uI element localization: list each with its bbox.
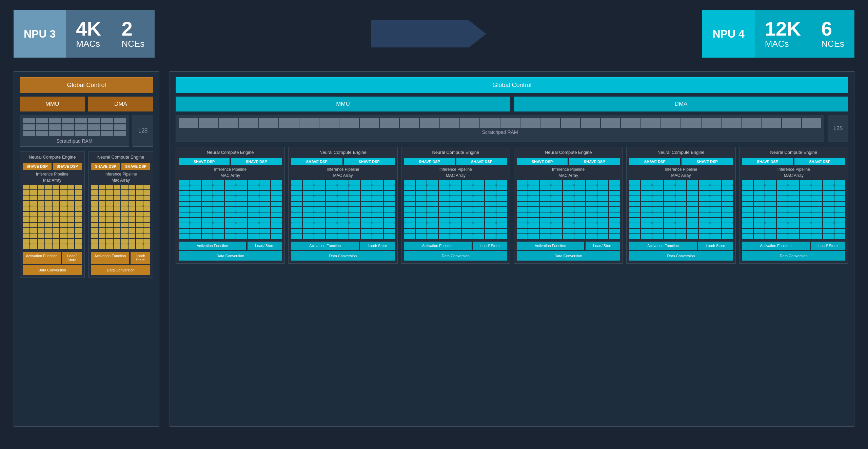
mac-cell [326, 196, 337, 201]
mac-cell [609, 234, 620, 239]
mac-cell [99, 228, 105, 233]
mac-cell [91, 212, 98, 217]
grid-cell [114, 131, 126, 136]
npu4-nce3-shave1: SHAVE DSP [404, 158, 455, 165]
mac-cell [23, 212, 29, 217]
mac-cell [202, 223, 213, 228]
mac-cell [485, 191, 496, 196]
mac-cell [517, 229, 528, 233]
mac-cell [190, 218, 201, 223]
scratchpad-cell [259, 118, 278, 123]
mac-cell [314, 223, 325, 228]
npu4-nce4-shave2: SHAVE DSP [569, 158, 620, 165]
mac-cell [687, 223, 698, 228]
mac-cell [586, 229, 597, 233]
mac-cell [179, 196, 190, 201]
mac-cell [687, 212, 698, 217]
mac-cell [722, 196, 733, 201]
npu3-mmu-dma-row: MMU DMA [20, 97, 153, 111]
npu3-nce2-title: Neural Compute Engine [91, 155, 150, 161]
mac-cell [114, 206, 120, 211]
mac-cell [38, 239, 44, 244]
mac-cell [190, 196, 201, 201]
npu4-nce1-inference: Inference Pipeline [179, 167, 282, 172]
mac-cell [271, 234, 282, 239]
mac-cell [202, 185, 213, 190]
mac-cell [710, 218, 721, 223]
mac-cell [765, 218, 776, 223]
npu3-label: NPU 3 [24, 28, 56, 40]
mac-cell [629, 185, 640, 190]
grid-cell [75, 131, 87, 136]
mac-cell [202, 234, 213, 239]
scratchpad-cell [400, 123, 419, 128]
mac-cell [485, 202, 496, 206]
mac-cell [540, 207, 551, 212]
scratchpad-cell [460, 118, 479, 123]
mac-cell [202, 191, 213, 196]
mac-cell [473, 185, 484, 190]
mac-cell [372, 223, 383, 228]
scratchpad-cell [460, 123, 479, 128]
mac-cell [450, 202, 461, 206]
scratchpad-cell [319, 118, 339, 123]
mac-cell [473, 207, 484, 212]
mac-cell [540, 185, 551, 190]
mac-cell [710, 196, 721, 201]
mac-cell [609, 207, 620, 212]
npu3-macs-box: 4K MACs [66, 10, 111, 58]
mac-cell [641, 218, 652, 223]
mac-cell [361, 223, 372, 228]
scratchpad-cell [279, 123, 298, 128]
mac-cell [777, 223, 788, 228]
mac-cell [450, 180, 461, 185]
npu4-nce2-load-store: Load/ Store [360, 242, 394, 250]
scratchpad-cell [339, 123, 359, 128]
npu3-header: NPU 3 4K MACs 2 NCEs [14, 10, 155, 58]
mac-cell [427, 229, 438, 233]
mac-cell [609, 185, 620, 190]
grid-cell [62, 124, 74, 130]
npu3-nce-1: Neural Compute Engine SHAVE DSP SHAVE DS… [20, 151, 85, 278]
mac-cell [271, 207, 282, 212]
mac-cell [30, 212, 37, 217]
mac-cell [67, 223, 74, 227]
mac-cell [190, 202, 201, 206]
scratchpad-cell [742, 123, 761, 128]
npu3-nce-columns: Neural Compute Engine SHAVE DSP SHAVE DS… [20, 151, 153, 278]
mac-cell [75, 206, 82, 211]
mac-cell [60, 201, 67, 206]
mac-cell [225, 234, 236, 239]
mac-cell [540, 191, 551, 196]
mac-cell [202, 196, 213, 201]
mac-cell [303, 229, 314, 233]
npu4-nce5-load-store: Load/ Store [698, 242, 732, 250]
mac-cell [129, 206, 135, 211]
npu4-nce-columns: Neural Compute Engine SHAVE DSP SHAVE DS… [176, 147, 848, 264]
mac-cell [337, 180, 348, 185]
mac-cell [485, 185, 496, 190]
mac-cell [248, 180, 259, 185]
mac-cell [372, 185, 383, 190]
mac-cell [528, 191, 539, 196]
diagrams-section: Global Control MMU DMA [0, 64, 868, 434]
scratchpad-cell [179, 118, 198, 123]
mac-cell [23, 196, 29, 200]
mac-cell [361, 229, 372, 233]
mac-cell [114, 217, 120, 222]
npu4-nce6-shave1: SHAVE DSP [742, 158, 793, 165]
mac-cell [551, 207, 562, 212]
mac-cell [225, 229, 236, 233]
mac-cell [303, 202, 314, 206]
mac-cell [337, 185, 348, 190]
npu4-label-box: NPU 4 [702, 10, 754, 58]
npu4-nce3-mac-label: MAC Array [404, 173, 507, 178]
mac-cell [450, 229, 461, 233]
mac-cell [225, 212, 236, 217]
scratchpad-cell [299, 123, 319, 128]
npu4-nce2-title: Neural Compute Engine [291, 150, 394, 156]
mac-cell [722, 185, 733, 190]
mac-cell [384, 218, 395, 223]
mac-cell [106, 196, 113, 200]
mac-cell [75, 233, 82, 238]
